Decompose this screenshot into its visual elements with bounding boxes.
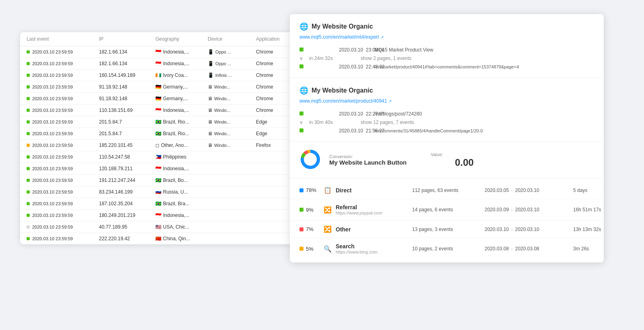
event-row-1a: 2020.03.10 23:08:04 MQL5 Market Product … [299, 45, 594, 54]
device-cell: 🖥 Windo... [208, 107, 256, 113]
event-row-2a: 2020.03.10 22:27:07 /en/blogs/post/72428… [299, 109, 594, 118]
geo-cell: 🇨🇮 Ivory Coa... [155, 72, 208, 78]
desktop-icon: 🖥 [208, 96, 213, 101]
status-dot [27, 85, 30, 89]
ip-cell: 201.5.84.7 [99, 119, 155, 125]
table-row[interactable]: 2020.03.10 23:59:59 222.220.19.42 🇨🇳 Chi… [20, 233, 298, 244]
table-row[interactable]: 2020.03.10 23:59:59 110.138.151.69 🇮🇩 In… [20, 105, 298, 116]
status-dot [27, 50, 30, 54]
organic-url-1[interactable]: www.mql5.com/en/market/mt4/expert ↗ [299, 34, 594, 40]
table-row[interactable]: 2020.03.10 23:59:59 201.5.84.7 🇧🇷 Brazil… [20, 128, 298, 140]
ip-cell: 222.220.19.42 [99, 236, 155, 241]
table-header: Last event IP Geography Device Applicati… [20, 32, 298, 46]
geo-cell: 🇷🇺 Russia, U... [155, 189, 208, 195]
geo-cell: 🇮🇩 Indonesia,... [155, 61, 208, 66]
desktop-icon: 🖥 [208, 131, 213, 136]
geo-cell: 🇮🇩 Indonesia,... [155, 166, 208, 171]
device-cell: 📱 Oppo ... [208, 61, 256, 66]
flag-icon: 🇮🇩 [155, 212, 161, 218]
status-dot [27, 109, 30, 112]
ip-cell: 191.212.247.244 [99, 177, 155, 183]
flag-icon: 🇮🇩 [155, 107, 161, 113]
table-row[interactable]: 2020.03.10 23:59:59 110.54.247.58 🇵🇭 Phi… [20, 151, 298, 163]
traffic-source-info-0: 📋 Direct [324, 186, 412, 194]
ip-cell: 160.154.149.189 [99, 72, 155, 78]
table-row[interactable]: 2020.03.10 23:59:59 182.1.66.134 🇮🇩 Indo… [20, 58, 298, 70]
geo-cell: 🇧🇷 Brazil, Rio... [155, 119, 208, 125]
pct-dot [299, 208, 303, 212]
traffic-source-row[interactable]: 9% 🔀 Referral https://www.paypal.com 14 … [290, 199, 604, 221]
donut-container [299, 148, 321, 171]
time-cell: 2020.03.10 23:59:59 [27, 236, 99, 241]
arrow-right-icon: › [511, 207, 513, 212]
col-ip: IP [99, 36, 155, 42]
table-row[interactable]: 2020.03.10 23:59:59 182.1.66.134 🇮🇩 Indo… [20, 46, 298, 58]
ip-cell: 110.138.151.69 [99, 107, 155, 113]
table-row[interactable]: 2020.03.10 23:59:59 180.249.201.219 🇮🇩 I… [20, 210, 298, 221]
status-dot [27, 97, 30, 100]
source-icon: 🔀 [324, 225, 332, 233]
device-cell: 🖥 Windo... [208, 96, 256, 101]
geo-cell: 🇮🇩 Indonesia,... [155, 212, 208, 218]
status-dot [27, 62, 30, 65]
traffic-duration-3: 3m 26s [573, 246, 604, 252]
traffic-pages-2: 13 pages, 3 events [412, 227, 485, 232]
detail-panel: 🌐 My Website Organic www.mql5.com/en/mar… [290, 14, 604, 262]
table-row[interactable]: 2020.03.10 23:59:59 120.188.79.211 🇮🇩 In… [20, 163, 298, 175]
pct-dot [299, 188, 303, 192]
organic-title-1: 🌐 My Website Organic [299, 22, 594, 31]
conversion-section: Conversion: My Website Launch Button Val… [290, 142, 604, 178]
time-cell: 2020.03.10 23:59:59 [27, 178, 99, 183]
traffic-dates-2: 2020.03.10 › 2020.03.10 [485, 227, 573, 232]
table-row[interactable]: 2020.03.10 23:59:59 91.18.92.148 🇩🇪 Germ… [20, 81, 298, 93]
status-dot [27, 202, 30, 205]
geo-cell: 🇮🇩 Indonesia,... [155, 49, 208, 55]
time-cell: 2020.03.10 23:59:59 [27, 225, 99, 229]
desktop-icon: 🖥 [208, 119, 213, 125]
traffic-dates-0: 2020.03.05 › 2020.03.10 [485, 188, 573, 193]
expand-row-2[interactable]: ∨ in 30m 40s show 12 pages, 7 events [299, 118, 594, 126]
table-row[interactable]: 2020.03.10 23:59:59 187.102.35.204 🇧🇷 Br… [20, 198, 298, 210]
mobile-icon: 📱 [208, 61, 214, 66]
table-row[interactable]: 2020.03.10 23:59:59 91.18.92.148 🇩🇪 Germ… [20, 93, 298, 105]
flag-icon: 🇨🇳 [155, 236, 161, 241]
col-geo: Geography [155, 36, 208, 42]
table-row[interactable]: 2020.03.10 23:59:59 160.154.149.189 🇨🇮 I… [20, 70, 298, 81]
traffic-duration-2: 13h 13m 32s [573, 227, 604, 232]
traffic-pages-1: 14 pages, 6 events [412, 207, 485, 212]
traffic-source-row[interactable]: 78% 📋 Direct 112 pages, 63 events 2020.0… [290, 182, 604, 199]
status-dot [27, 237, 30, 240]
table-row[interactable]: 2020.03.10 23:59:59 191.212.247.244 🇧🇷 B… [20, 175, 298, 186]
geo-cell: 🇨🇳 China, Qin... [155, 236, 208, 241]
status-dot [27, 155, 30, 159]
external-link-icon-1: ↗ [380, 35, 384, 39]
pct-dot [299, 247, 303, 251]
flag-icon: 🇺🇸 [155, 224, 161, 230]
table-row[interactable]: 2020.03.10 23:59:59 201.5.84.7 🇧🇷 Brazil… [20, 116, 298, 128]
status-dot [27, 179, 30, 182]
status-dot [27, 167, 30, 170]
organic-title-2: 🌐 My Website Organic [299, 86, 594, 95]
geo-cell: 🇧🇷 Brazil, Rio... [155, 131, 208, 136]
ip-cell: 185.220.101.45 [99, 142, 155, 148]
table-row[interactable]: 2020.03.10 23:59:59 83.234.146.199 🇷🇺 Ru… [20, 186, 298, 198]
traffic-source-row[interactable]: 7% 🔀 Other 13 pages, 3 events 2020.03.10… [290, 221, 604, 238]
external-link-icon-2: ↗ [388, 99, 392, 103]
chevron-icon-1: ∨ [299, 56, 306, 61]
traffic-duration-1: 16h 51m 17s [573, 207, 604, 212]
traffic-pct-3: 5% [299, 246, 324, 252]
table-row[interactable]: 2020.03.10 23:59:59 185.220.101.45 ◻ Oth… [20, 140, 298, 151]
table-row[interactable]: 2020.03.10 23:59:59 40.77.189.95 🇺🇸 USA,… [20, 221, 298, 233]
arrow-right-icon: › [511, 188, 513, 193]
status-dot [27, 132, 30, 135]
flag-icon: 🇮🇩 [155, 49, 161, 55]
flag-icon: 🇷🇺 [155, 189, 161, 195]
organic-url-2[interactable]: www.mql5.com/en/market/product/40941 ↗ [299, 98, 594, 104]
traffic-dates-3: 2020.03.08 › 2020.03.08 [485, 246, 573, 252]
ip-cell: 110.54.247.58 [99, 154, 155, 160]
col-device: Device [208, 36, 256, 42]
flag-icon: 🇮🇩 [155, 166, 161, 171]
traffic-source-row[interactable]: 5% 🔍 Search https://www.bing.com 10 page… [290, 238, 604, 259]
expand-row-1[interactable]: ∨ in 24m 32s show 2 pages, 1 events [299, 54, 594, 62]
ip-cell: 40.77.189.95 [99, 224, 155, 230]
